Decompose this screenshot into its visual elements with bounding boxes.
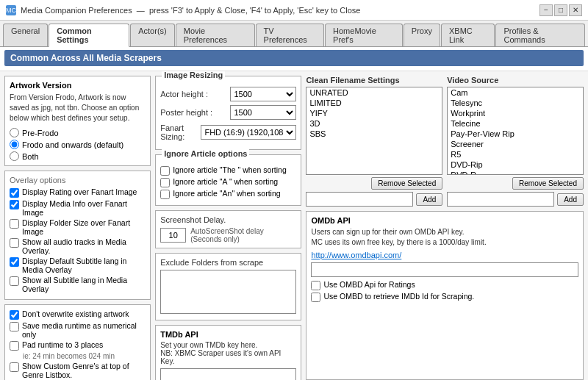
- clean-filename-panel: Clean Filename Settings UNRATED LIMITED …: [306, 76, 442, 207]
- radio-pre-frodo[interactable]: Pre-Frodo: [10, 128, 146, 137]
- close-button[interactable]: ✕: [569, 4, 582, 16]
- misc-pad-runtime[interactable]: Pad runtime to 3 places: [10, 340, 146, 351]
- clean-filename-listbox[interactable]: UNRATED LIMITED YIFY 3D SBS: [306, 87, 442, 175]
- tab-profiles[interactable]: Profiles & Commands: [495, 24, 585, 46]
- main-content: Common Across All Media Scrapers Artwork…: [0, 47, 588, 380]
- tab-tv[interactable]: TV Preferences: [256, 24, 325, 46]
- list-item[interactable]: Screener: [448, 139, 583, 149]
- misc-options-box: Don't overwrite existing artwork Save me…: [4, 304, 151, 380]
- omdb-api-input[interactable]: [311, 262, 578, 277]
- list-item[interactable]: DVD-Rip: [448, 159, 583, 170]
- list-item[interactable]: Workprint: [448, 108, 583, 118]
- tab-movie[interactable]: Movie Preferences: [176, 24, 255, 46]
- misc-pad-note: ie: 24 min becomes 024 min: [10, 352, 146, 360]
- tab-actor[interactable]: Actor(s): [130, 24, 175, 46]
- title-text: Media Companion Preferences — press 'F3'…: [21, 6, 360, 15]
- maximize-button[interactable]: □: [554, 4, 567, 16]
- list-item[interactable]: R5: [448, 149, 583, 159]
- middle-column: Image Resizing Actor height : 1500100050…: [155, 76, 301, 380]
- video-source-add-row: Add: [447, 192, 584, 207]
- poster-height-select[interactable]: 15001000500: [230, 105, 296, 120]
- misc-runtime-numerical[interactable]: Save media runtime as numerical only: [10, 321, 146, 339]
- exclude-folders-label: Exclude Folders from scrape: [160, 258, 296, 267]
- tmdb-note: Set your own TMDb key here.NB: XBMC Scra…: [160, 341, 296, 365]
- artwork-version-note: From Version Frodo, Artwork is now saved…: [10, 93, 146, 123]
- exclude-folders-box: Exclude Folders from scrape: [155, 253, 301, 320]
- radio-frodo-default[interactable]: Frodo and onwards (default): [10, 140, 146, 149]
- fanart-sizing-label: Fanart Sizing:: [160, 123, 198, 141]
- tmdb-box: TMDb API Set your own TMDb key here.NB: …: [155, 325, 301, 380]
- poster-height-row: Poster height : 15001000500: [160, 105, 296, 120]
- tab-general[interactable]: General: [3, 24, 48, 46]
- overlay-mediainfo[interactable]: Display Media Info over Fanart Image: [10, 199, 146, 217]
- ignore-a[interactable]: Ignore article "A " when sorting: [160, 177, 296, 187]
- app-icon: MC: [6, 5, 16, 15]
- tmdb-api-input[interactable]: [160, 368, 296, 380]
- list-item[interactable]: 3D: [306, 118, 442, 129]
- tab-common[interactable]: Common Settings: [49, 24, 129, 47]
- omdb-use-ratings[interactable]: Use OMBD Api for Ratings: [311, 280, 578, 290]
- artwork-version-title: Artwork Version: [10, 81, 146, 90]
- clean-add-button[interactable]: Add: [416, 193, 442, 206]
- video-source-add-input[interactable]: [447, 192, 554, 207]
- image-resize-title: Image Resizing: [162, 71, 225, 79]
- poster-height-label: Poster height :: [160, 108, 227, 117]
- panel: Artwork Version From Version Frodo, Artw…: [0, 71, 588, 380]
- radio-both[interactable]: Both: [10, 151, 146, 161]
- right-column: Clean Filename Settings UNRATED LIMITED …: [306, 76, 584, 380]
- tab-proxy[interactable]: Proxy: [404, 24, 440, 46]
- screenshot-value-input[interactable]: [160, 228, 186, 243]
- list-item[interactable]: LIMITED: [306, 98, 442, 108]
- artwork-radio-group: Pre-Frodo Frodo and onwards (default) Bo…: [10, 128, 146, 161]
- clean-filename-add-input[interactable]: [306, 192, 413, 207]
- list-item[interactable]: DVD-R: [448, 170, 583, 175]
- video-remove-button[interactable]: Remove Selected: [512, 177, 584, 190]
- actor-height-label: Actor height :: [160, 90, 227, 98]
- overlay-foldersize[interactable]: Display Folder Size over Fanart Image: [10, 218, 146, 236]
- omdb-link[interactable]: http://www.omdbapi.com/: [311, 251, 401, 259]
- clean-filename-add-row: Add: [306, 192, 442, 207]
- video-source-panel: Video Source Cam Telesync Workprint Tele…: [447, 76, 584, 207]
- list-item[interactable]: Telecine: [448, 118, 583, 129]
- misc-custom-genre[interactable]: Show Custom Genre's at top of Genre List…: [10, 362, 146, 379]
- omdb-box: OMDb API Users can sign up for their own…: [306, 211, 584, 380]
- minimize-button[interactable]: −: [539, 4, 553, 16]
- ignore-the[interactable]: Ignore article "The " when sorting: [160, 165, 296, 176]
- omdb-title: OMDb API: [311, 216, 578, 225]
- list-item[interactable]: SBS: [306, 129, 442, 139]
- tmdb-title: TMDb API: [160, 330, 296, 339]
- clean-remove-button[interactable]: Remove Selected: [371, 177, 442, 190]
- screenshot-box: Screenshot Delay. AutoScreenShot delay (…: [155, 210, 301, 248]
- right-top: Clean Filename Settings UNRATED LIMITED …: [306, 76, 584, 207]
- screenshot-label: Screenshot Delay.: [160, 215, 296, 224]
- list-item[interactable]: Pay-Per-View Rip: [448, 129, 583, 139]
- list-item[interactable]: UNRATED: [306, 87, 442, 98]
- overlay-audiotracks[interactable]: Show all audio tracks in Media Overlay.: [10, 237, 146, 255]
- video-source-title: Video Source: [447, 76, 584, 85]
- left-column: Artwork Version From Version Frodo, Artw…: [4, 76, 151, 380]
- overlay-options-box: Overlay options Display Rating over Fana…: [4, 171, 151, 300]
- omdb-note: Users can sign up for their own OMDb API…: [311, 227, 578, 248]
- exclude-folders-textarea[interactable]: [160, 270, 296, 314]
- overlay-subtitle-all[interactable]: Show all Subtitle lang in Media Overlay: [10, 276, 146, 293]
- overlay-rating[interactable]: Display Rating over Fanart Image: [10, 187, 146, 198]
- list-item[interactable]: YIFY: [306, 108, 442, 118]
- ignore-an[interactable]: Ignore article "An" when sorting: [160, 189, 296, 199]
- screenshot-note: AutoScreenShot delay (Seconds only): [190, 227, 296, 243]
- fanart-sizing-select[interactable]: FHD (16:9) (1920,1080) HD (16:9) (1280,7…: [201, 125, 296, 140]
- clean-filename-title: Clean Filename Settings: [306, 76, 442, 85]
- artwork-version-box: Artwork Version From Version Frodo, Artw…: [4, 76, 151, 166]
- window-controls: − □ ✕: [539, 4, 582, 16]
- misc-no-overwrite[interactable]: Don't overwrite existing artwork: [10, 309, 146, 320]
- video-add-button[interactable]: Add: [557, 193, 584, 206]
- title-bar: MC Media Companion Preferences — press '…: [0, 0, 588, 21]
- actor-height-select[interactable]: 15001000500: [230, 87, 296, 101]
- omdb-use-imdb[interactable]: Use OMBD to retrieve IMDb Id for Scrapin…: [311, 292, 578, 302]
- tab-homemovie[interactable]: HomeMovie Pref's: [325, 24, 403, 46]
- list-item[interactable]: Cam: [448, 87, 583, 98]
- overlay-subtitle-default[interactable]: Display Default Subtitle lang in Media O…: [10, 257, 146, 274]
- video-source-listbox[interactable]: Cam Telesync Workprint Telecine Pay-Per-…: [447, 87, 584, 175]
- list-item[interactable]: Telesync: [448, 98, 583, 108]
- tab-xbmc[interactable]: XBMC Link: [441, 24, 495, 46]
- fanart-sizing-row: Fanart Sizing: FHD (16:9) (1920,1080) HD…: [160, 123, 296, 141]
